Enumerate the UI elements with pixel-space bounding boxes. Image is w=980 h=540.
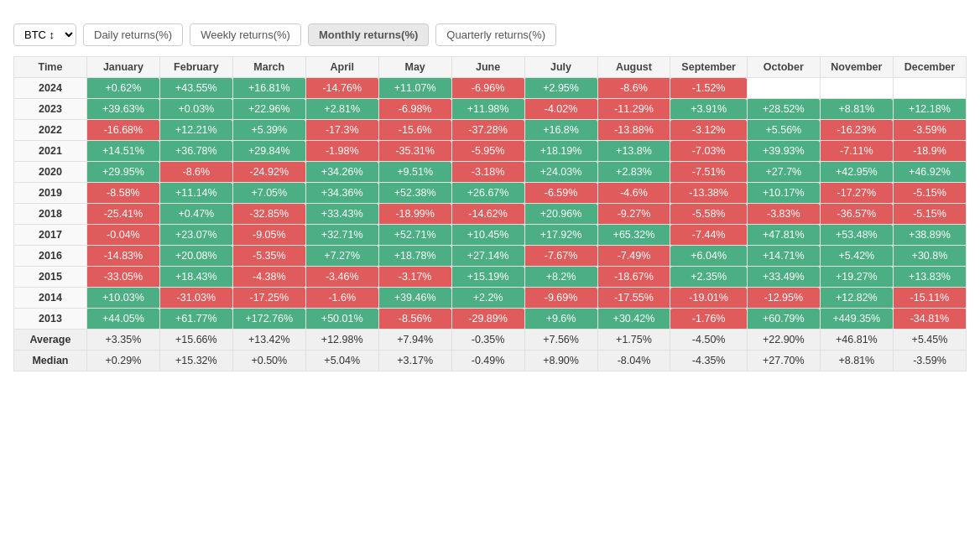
value-cell: -6.59% xyxy=(524,183,597,204)
col-header-september: September xyxy=(670,57,747,78)
value-cell: -29.89% xyxy=(451,309,524,330)
value-cell: +42.95% xyxy=(820,162,893,183)
year-cell: 2013 xyxy=(14,309,87,330)
value-cell: -6.96% xyxy=(451,78,524,99)
value-cell: -3.59% xyxy=(893,120,966,141)
value-cell: +18.78% xyxy=(378,246,451,267)
col-header-august: August xyxy=(597,57,670,78)
average-cell: +7.56% xyxy=(524,330,597,350)
value-cell: -18.9% xyxy=(893,141,966,162)
value-cell: +36.78% xyxy=(159,141,232,162)
average-cell: +3.35% xyxy=(86,330,159,350)
average-cell: -0.35% xyxy=(451,330,524,350)
returns-table: TimeJanuaryFebruaryMarchAprilMayJuneJuly… xyxy=(13,56,967,371)
value-cell: -8.6% xyxy=(597,78,670,99)
value-cell: -17.27% xyxy=(820,183,893,204)
value-cell: -7.03% xyxy=(670,141,747,162)
value-cell: -9.05% xyxy=(232,225,305,246)
table-row: 2024+0.62%+43.55%+16.81%-14.76%+11.07%-6… xyxy=(14,78,967,99)
value-cell: +44.05% xyxy=(86,309,159,330)
value-cell: +7.05% xyxy=(232,183,305,204)
value-cell: -25.41% xyxy=(86,204,159,225)
year-cell: 2015 xyxy=(14,267,87,288)
value-cell: -35.31% xyxy=(378,141,451,162)
value-cell: -7.51% xyxy=(670,162,747,183)
table-row: 2015-33.05%+18.43%-4.38%-3.46%-3.17%+15.… xyxy=(14,267,967,288)
value-cell: -4.38% xyxy=(232,267,305,288)
value-cell: +43.55% xyxy=(159,78,232,99)
value-cell: -1.98% xyxy=(305,141,378,162)
tab-weekly[interactable]: Weekly returns(%) xyxy=(190,23,301,46)
value-cell: +2.95% xyxy=(524,78,597,99)
asset-select[interactable]: BTC ↕ xyxy=(13,23,76,46)
value-cell: -3.46% xyxy=(305,267,378,288)
value-cell: +10.45% xyxy=(451,225,524,246)
median-cell: +8.90% xyxy=(524,350,597,371)
table-header: TimeJanuaryFebruaryMarchAprilMayJuneJuly… xyxy=(14,57,967,78)
year-cell: 2018 xyxy=(14,204,87,225)
value-cell: +30.8% xyxy=(893,246,966,267)
median-cell: -0.49% xyxy=(451,350,524,371)
table-row: 2023+39.63%+0.03%+22.96%+2.81%-6.98%+11.… xyxy=(14,99,967,120)
average-cell: +7.94% xyxy=(378,330,451,350)
year-cell: 2014 xyxy=(14,288,87,309)
value-cell: +53.48% xyxy=(820,225,893,246)
value-cell: +65.32% xyxy=(597,225,670,246)
value-cell xyxy=(893,78,966,99)
value-cell xyxy=(747,78,820,99)
value-cell: +11.07% xyxy=(378,78,451,99)
value-cell: +5.42% xyxy=(820,246,893,267)
value-cell: +9.6% xyxy=(524,309,597,330)
value-cell: +18.19% xyxy=(524,141,597,162)
value-cell: +33.43% xyxy=(305,204,378,225)
table-row: 2022-16.68%+12.21%+5.39%-17.3%-15.6%-37.… xyxy=(14,120,967,141)
table-row: 2021+14.51%+36.78%+29.84%-1.98%-35.31%-5… xyxy=(14,141,967,162)
year-cell: 2024 xyxy=(14,78,87,99)
average-cell: +5.45% xyxy=(893,330,966,350)
value-cell: +61.77% xyxy=(159,309,232,330)
value-cell: +19.27% xyxy=(820,267,893,288)
value-cell: +3.91% xyxy=(670,99,747,120)
value-cell: +10.17% xyxy=(747,183,820,204)
value-cell: -1.52% xyxy=(670,78,747,99)
table-row: 2017-0.04%+23.07%-9.05%+32.71%+52.71%+10… xyxy=(14,225,967,246)
value-cell: -6.98% xyxy=(378,99,451,120)
col-header-december: December xyxy=(893,57,966,78)
value-cell: -5.35% xyxy=(232,246,305,267)
value-cell: -7.67% xyxy=(524,246,597,267)
tab-daily[interactable]: Daily returns(%) xyxy=(83,23,183,46)
toolbar: BTC ↕ Daily returns(%) Weekly returns(%)… xyxy=(13,23,967,46)
tab-monthly[interactable]: Monthly returns(%) xyxy=(308,23,429,46)
table-row: 2013+44.05%+61.77%+172.76%+50.01%-8.56%-… xyxy=(14,309,967,330)
value-cell: +24.03% xyxy=(524,162,597,183)
col-header-january: January xyxy=(86,57,159,78)
value-cell: +6.04% xyxy=(670,246,747,267)
value-cell: +39.93% xyxy=(747,141,820,162)
value-cell: +27.7% xyxy=(747,162,820,183)
value-cell: +46.92% xyxy=(893,162,966,183)
value-cell: +13.8% xyxy=(597,141,670,162)
value-cell: +11.14% xyxy=(159,183,232,204)
value-cell: -1.6% xyxy=(305,288,378,309)
value-cell: -15.6% xyxy=(378,120,451,141)
value-cell: +20.96% xyxy=(524,204,597,225)
col-header-time: Time xyxy=(14,57,87,78)
value-cell: +0.03% xyxy=(159,99,232,120)
value-cell: +8.81% xyxy=(820,99,893,120)
col-header-november: November xyxy=(820,57,893,78)
value-cell: -17.55% xyxy=(597,288,670,309)
value-cell: +52.38% xyxy=(378,183,451,204)
value-cell: +47.81% xyxy=(747,225,820,246)
median-cell: +0.29% xyxy=(86,350,159,371)
value-cell: +15.19% xyxy=(451,267,524,288)
average-cell: -4.50% xyxy=(670,330,747,350)
average-cell: +46.81% xyxy=(820,330,893,350)
value-cell: +0.47% xyxy=(159,204,232,225)
value-cell: -17.3% xyxy=(305,120,378,141)
value-cell: -4.02% xyxy=(524,99,597,120)
value-cell: -5.15% xyxy=(893,204,966,225)
tab-quarterly[interactable]: Quarterly returns(%) xyxy=(435,23,556,46)
value-cell: -17.25% xyxy=(232,288,305,309)
value-cell: +34.36% xyxy=(305,183,378,204)
year-cell: 2017 xyxy=(14,225,87,246)
